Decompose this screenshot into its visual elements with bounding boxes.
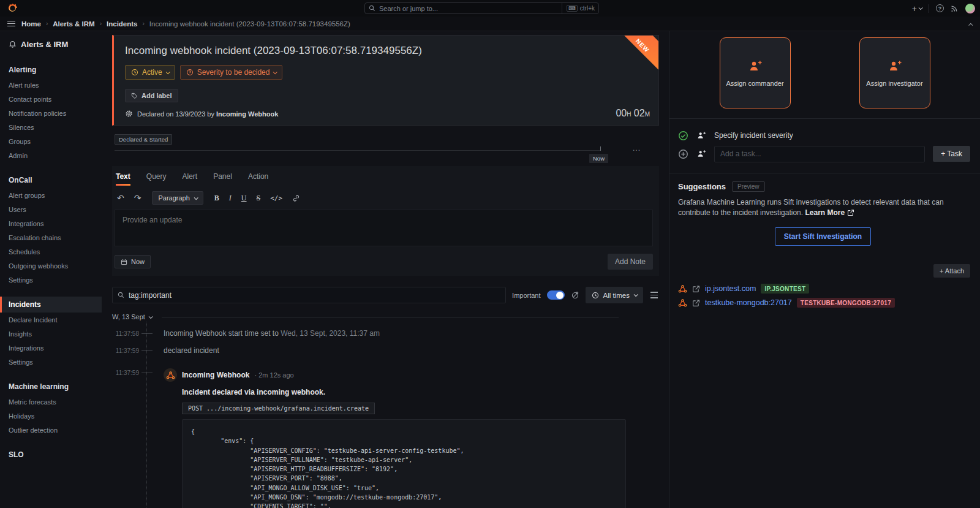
grafana-logo-icon[interactable] — [6, 2, 18, 15]
sidebar-item-admin[interactable]: Admin — [0, 148, 102, 162]
bold-button[interactable]: B — [212, 194, 222, 203]
entry-author: Incoming Webhook — [182, 371, 249, 379]
sidebar-item-schedules[interactable]: Schedules — [0, 245, 102, 259]
status-badge[interactable]: Active — [125, 65, 175, 80]
learn-more-link[interactable]: Learn More — [805, 208, 854, 217]
tab-query[interactable]: Query — [146, 172, 167, 186]
underline-button[interactable]: U — [239, 194, 249, 203]
strikethrough-button[interactable]: S — [254, 194, 263, 203]
top-bar: Search or jump to... ⌨ ctrl+k + ? — [0, 0, 980, 17]
search-icon — [369, 5, 375, 12]
sidebar-item-alerting[interactable]: Alerting — [0, 62, 102, 78]
undo-icon[interactable]: ↶ — [115, 193, 127, 203]
timeline-feed: W, 13 Sept 11:37:58 Incoming Webhook sta… — [112, 313, 659, 508]
external-link-icon[interactable] — [692, 299, 700, 307]
list-view-icon[interactable] — [649, 290, 659, 299]
sift-filter-icon[interactable] — [571, 291, 579, 300]
attachment-link[interactable]: ip.jsontest.com — [705, 284, 756, 293]
sidebar-section-machine-learning: Machine learning Metric forecasts Holida… — [0, 379, 102, 437]
assign-commander-button[interactable]: Assign commander — [720, 37, 791, 108]
task-label[interactable]: Specify incident severity — [714, 131, 793, 140]
timeline-rail — [146, 322, 147, 508]
sidebar-item-contact-points[interactable]: Contact points — [0, 92, 102, 106]
paragraph-style-select[interactable]: Paragraph — [152, 191, 203, 205]
redo-icon[interactable]: ↷ — [132, 193, 144, 203]
breadcrumb-separator: › — [100, 20, 102, 27]
add-label-button[interactable]: Add label — [125, 89, 178, 102]
main-content: Incoming webhook incident (2023-09-13T06… — [102, 31, 669, 508]
timeline-search[interactable] — [112, 287, 506, 303]
incident-side-panel: Assign commander Assign investigator — [669, 31, 980, 508]
collapse-chevron-icon[interactable] — [970, 20, 973, 28]
new-menu-button[interactable]: + — [912, 4, 922, 13]
breadcrumb-incidents[interactable]: Incidents — [107, 20, 137, 28]
add-task-input[interactable] — [714, 146, 925, 162]
tab-action[interactable]: Action — [248, 172, 268, 186]
timeline-date-divider[interactable]: W, 13 Sept — [112, 313, 659, 320]
sidebar-item-outlier-detection[interactable]: Outlier detection — [0, 423, 102, 437]
tab-panel[interactable]: Panel — [213, 172, 232, 186]
sidebar-item-users[interactable]: Users — [0, 202, 102, 216]
entry-title: Incident declared via incoming webhook. — [182, 388, 626, 396]
update-note-input[interactable] — [115, 210, 653, 246]
task-row: Specify incident severity — [678, 126, 970, 145]
incident-title: Incoming webhook incident (2023-09-13T06… — [125, 45, 646, 57]
search-icon — [118, 292, 124, 298]
sidebar-item-oncall[interactable]: OnCall — [0, 172, 102, 188]
tasks-section: Specify incident severity + Task — [669, 118, 980, 170]
sidebar-item-slo[interactable]: SLO — [0, 447, 102, 463]
breadcrumb-alerts-irm[interactable]: Alerts & IRM — [53, 20, 94, 28]
breadcrumb-home[interactable]: Home — [21, 20, 41, 28]
timeline-more-button[interactable]: ... — [633, 144, 641, 153]
start-sift-investigation-button[interactable]: Start Sift Investigation — [775, 227, 871, 246]
add-note-button[interactable]: Add Note — [608, 254, 653, 270]
sidebar-item-machine-learning[interactable]: Machine learning — [0, 379, 102, 395]
declared-info: Declared on 13/9/2023 by Incoming Webhoo… — [125, 110, 646, 118]
attachment-link[interactable]: testkube-mongodb:27017 — [705, 298, 792, 307]
check-circle-icon[interactable] — [678, 131, 688, 141]
menu-toggle-icon[interactable] — [7, 21, 15, 27]
code-button[interactable]: </> — [268, 194, 285, 202]
italic-button[interactable]: I — [227, 194, 234, 203]
news-rss-icon[interactable] — [951, 4, 959, 12]
person-plus-icon — [748, 59, 763, 74]
sidebar-item-groups[interactable]: Groups — [0, 134, 102, 148]
external-link-icon — [847, 209, 854, 216]
sidebar-item-incident-integrations[interactable]: Integrations — [0, 341, 102, 355]
timeline-search-input[interactable] — [129, 291, 500, 300]
note-editor-panel: Text Query Alert Panel Action ↶ ↷ Paragr… — [112, 166, 659, 276]
person-plus-icon[interactable] — [696, 149, 706, 159]
link-icon[interactable] — [290, 194, 303, 202]
important-toggle[interactable] — [547, 290, 565, 300]
severity-badge[interactable]: Severity to be decided — [180, 65, 283, 80]
sidebar-item-outgoing-webhooks[interactable]: Outgoing webhooks — [0, 259, 102, 273]
sidebar-item-alert-groups[interactable]: Alert groups — [0, 188, 102, 202]
sidebar-item-insights[interactable]: Insights — [0, 327, 102, 341]
note-time-button[interactable]: Now — [115, 255, 151, 268]
global-search-input[interactable]: Search or jump to... ⌨ ctrl+k — [364, 2, 599, 14]
sidebar-item-escalation-chains[interactable]: Escalation chains — [0, 230, 102, 245]
assign-investigator-button[interactable]: Assign investigator — [859, 37, 930, 108]
add-task-button[interactable]: + Task — [933, 146, 970, 162]
time-range-select[interactable]: All times — [586, 287, 643, 303]
sidebar-item-oncall-settings[interactable]: Settings — [0, 273, 102, 287]
sidebar-item-incident-settings[interactable]: Settings — [0, 355, 102, 369]
sidebar-item-incidents-active[interactable]: Incidents — [0, 297, 102, 313]
tab-alert[interactable]: Alert — [182, 172, 197, 186]
plus-circle-icon[interactable] — [678, 149, 688, 159]
help-icon[interactable]: ? — [936, 4, 944, 12]
tab-text[interactable]: Text — [116, 172, 130, 186]
sidebar-item-notification-policies[interactable]: Notification policies — [0, 106, 102, 120]
sidebar-item-integrations[interactable]: Integrations — [0, 216, 102, 230]
sidebar-section-alerting: Alerting Alert rules Contact points Noti… — [0, 62, 102, 162]
user-avatar[interactable] — [965, 4, 975, 13]
external-link-icon[interactable] — [692, 285, 700, 293]
clock-icon — [592, 292, 599, 299]
person-plus-icon[interactable] — [696, 131, 706, 140]
attach-button[interactable]: + Attach — [933, 264, 970, 278]
sidebar-item-declare-incident[interactable]: Declare Incident — [0, 313, 102, 327]
sidebar-item-alert-rules[interactable]: Alert rules — [0, 78, 102, 92]
sidebar-item-metric-forecasts[interactable]: Metric forecasts — [0, 395, 102, 409]
sidebar-item-holidays[interactable]: Holidays — [0, 409, 102, 423]
sidebar-item-silences[interactable]: Silences — [0, 120, 102, 134]
